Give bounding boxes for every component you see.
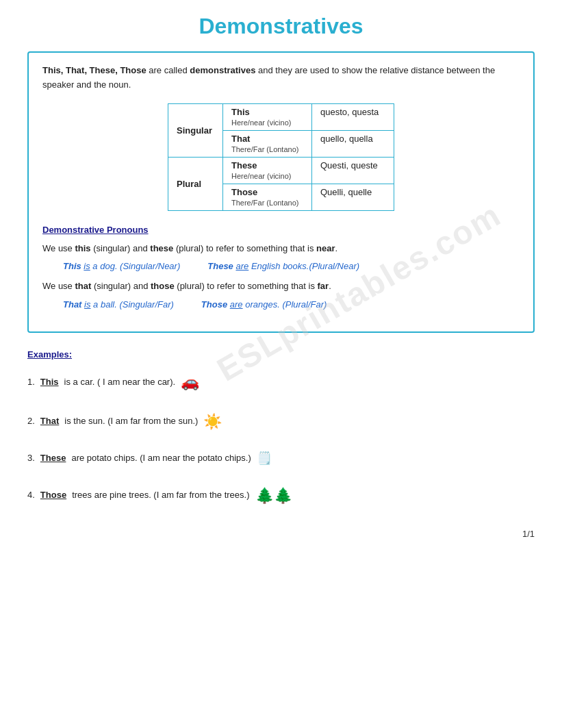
intro-bold-demonstratives: demonstratives [190,65,255,75]
example-2-left-is: is [84,299,90,310]
line1-pre: We use [42,243,75,253]
example-number-4: 4. [27,488,35,503]
translation-those: Quelli, quelle [312,184,394,210]
line1-this: this [75,243,90,253]
example-item-2: 2. That is the sun. (I am far from the s… [27,409,535,434]
chips-icon: 🗒️ [257,448,272,469]
example-underline-3: These [40,451,66,466]
examples-section: Examples: 1. This is a car. ( I am near … [27,349,535,508]
example-2-right-those: Those [201,299,227,310]
example-underline-2: That [40,414,59,429]
example-1-left-this: This [63,261,81,271]
example-2-right-are: are [230,299,243,310]
example-text-4: trees are pine trees. (I am far from the… [72,488,249,503]
intro-text-rest: are called [146,65,190,75]
example-italic-row-2: That is a ball. (Singular/Far) Those are… [63,299,520,310]
example-number-1: 1. [27,375,35,390]
page-title: Demonstratives [27,14,535,39]
subtext-these: Here/near (vicino) [231,172,291,180]
line1-dot: . [335,243,338,253]
example-number-2: 2. [27,414,35,429]
subtext-this: Here/near (vicino) [231,118,291,127]
sentence-line-2: We use that (singular) and those (plural… [42,279,520,294]
example-item-1: 1. This is a car. ( I am near the car). … [27,369,535,394]
table-cell-those: Those There/Far (Lontano) [223,184,312,210]
table-cell-this: This Here/near (vicino) [223,103,312,130]
subtext-those: There/Far (Lontano) [231,199,298,207]
intro-bold-words: This, That, These, Those [42,65,146,75]
line1-post: (plural) to refer to something that is [173,243,316,253]
translation-this: questo, questa [312,103,394,130]
example-underline-4: Those [40,488,66,503]
trees-icon: 🌲🌲 [255,483,292,508]
sentence-line-1: We use this (singular) and these (plural… [42,242,520,256]
dem-pronouns-title: Demonstrative Pronouns [42,225,520,235]
subtext-that: There/Far (Lontano) [231,145,298,153]
demonstratives-table: Singular This Here/near (vicino) questo,… [168,103,394,211]
example-1-right: These are English books.(Plural/Near) [207,261,359,271]
line1-near: near [316,243,335,253]
example-2-left: That is a ball. (Singular/Far) [63,299,174,310]
line2-those: those [151,281,175,291]
table-row: Plural These Here/near (vicino) Questi, … [168,157,394,184]
examples-title: Examples: [27,349,535,360]
page-number: 1/1 [27,529,535,539]
example-item-4: 4. Those trees are pine trees. (I am far… [27,483,535,508]
example-text-1: is a car. ( I am near the car). [64,375,176,390]
car-icon: 🚗 [181,369,199,394]
example-italic-row-1: This is a dog. (Singular/Near) These are… [63,261,520,271]
table-cell-singular-label: Singular [168,103,223,157]
table-cell-plural-label: Plural [168,157,223,210]
word-that: That [231,134,303,144]
line2-dot: . [329,281,331,291]
example-underline-1: This [40,375,59,390]
intro-paragraph: This, That, These, Those are called demo… [42,64,520,92]
table-row: Singular This Here/near (vicino) questo,… [168,103,394,130]
example-1-right-these: These [207,261,233,271]
example-1-left: This is a dog. (Singular/Near) [63,261,180,271]
word-this: This [231,107,303,117]
translation-these: Questi, queste [312,157,394,184]
line2-mid: (singular) and [91,281,151,291]
line2-post: (plural) to refer to something that is [175,281,318,291]
word-these: These [231,160,303,171]
line1-mid: (singular) and [91,243,151,253]
demonstrative-pronouns-section: Demonstrative Pronouns We use this (sing… [42,225,520,310]
table-cell-these: These Here/near (vicino) [223,157,312,184]
example-text-2: is the sun. (I am far from the sun.) [64,414,198,429]
example-2-left-that: That [63,299,81,310]
example-1-left-is: is [84,261,90,271]
line2-that: that [75,281,91,291]
example-item-3: 3. These are potato chips. (I am near th… [27,448,535,469]
table-cell-that: That There/Far (Lontano) [223,130,312,157]
example-text-3: are potato chips. (I am near the potato … [71,451,251,466]
sun-icon: ☀️ [203,409,222,434]
example-number-3: 3. [27,451,35,466]
example-2-right: Those are oranges. (Plural/Far) [201,299,327,310]
line2-far: far [318,281,329,291]
main-content-box: This, That, These, Those are called demo… [27,51,535,333]
translation-that: quello, quella [312,130,394,157]
line2-pre: We use [42,281,75,291]
example-1-right-are: are [235,261,248,271]
word-those: Those [231,187,303,197]
line1-these: these [150,243,173,253]
